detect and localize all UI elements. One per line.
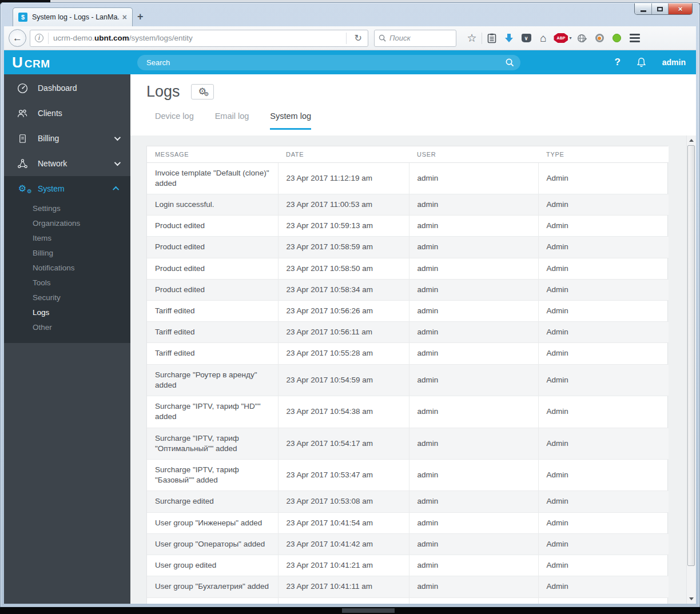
- sidebar-item-billing[interactable]: Billing: [4, 126, 130, 151]
- log-cell-user: admin: [409, 343, 538, 364]
- sidebar-subitem-other[interactable]: Other: [4, 320, 130, 335]
- log-row: User group "Операторы" added23 Apr 2017 …: [147, 533, 669, 555]
- minimize-button[interactable]: [635, 3, 651, 14]
- scrollbar-thumb[interactable]: [687, 145, 695, 566]
- search-icon: [506, 58, 514, 67]
- sidebar-subitem-logs[interactable]: Logs: [4, 305, 130, 320]
- scrollbar-down-button[interactable]: [687, 594, 696, 604]
- browser-search-placeholder: Поиск: [389, 34, 411, 42]
- log-cell-user: admin: [409, 322, 538, 343]
- tab-device-log[interactable]: Device log: [155, 111, 194, 130]
- log-row: Surcharge edited23 Apr 2017 10:53:08 ama…: [147, 491, 669, 512]
- sidebar-system-section: ⚙⚙ System SettingsOrganizationsItemsBill…: [4, 176, 130, 343]
- column-header-message: MESSAGE: [147, 146, 278, 162]
- browser-tab[interactable]: $ System log - Logs - LanMa... ×: [13, 7, 133, 26]
- extension-gear-icon[interactable]: [591, 31, 608, 46]
- log-cell-date: 23 Apr 2017 10:41:21 am: [278, 555, 409, 576]
- notifications-bell-icon[interactable]: [636, 57, 647, 67]
- log-cell-user: admin: [409, 194, 538, 215]
- sidebar-item-system[interactable]: ⚙⚙ System: [4, 176, 130, 201]
- user-menu[interactable]: admin: [662, 58, 686, 67]
- site-info-icon[interactable]: i: [35, 34, 43, 42]
- minimize-icon: [641, 10, 646, 12]
- url-bar[interactable]: i ucrm-demo.ubnt.com/system/logs/entity …: [30, 30, 368, 47]
- log-cell-message: Product edited: [147, 216, 278, 237]
- vertical-scrollbar[interactable]: [686, 135, 696, 604]
- log-cell-type: Admin: [538, 258, 669, 279]
- menu-hamburger-icon[interactable]: [630, 34, 640, 42]
- taskbar-segment: [342, 608, 395, 613]
- sidebar-subitem-organizations[interactable]: Organizations: [4, 216, 130, 231]
- log-row: Product edited23 Apr 2017 10:58:59 amadm…: [147, 237, 669, 258]
- bookmark-star-icon[interactable]: ☆: [463, 31, 480, 46]
- log-cell-type: Admin: [538, 428, 669, 459]
- sidebar-subitem-settings[interactable]: Settings: [4, 201, 130, 216]
- tab-title: System log - Logs - LanMa...: [32, 13, 119, 21]
- translate-globe-icon[interactable]: [574, 31, 591, 46]
- log-cell-type: Admin: [538, 194, 669, 215]
- sidebar-subitem-security[interactable]: Security: [4, 290, 130, 305]
- log-cell-date: 23 Apr 2017 10:54:59 am: [278, 364, 409, 396]
- tab-system-log[interactable]: System log: [270, 111, 311, 130]
- adblock-plus-icon[interactable]: ABP▾: [552, 31, 574, 46]
- toolbar-icons: ☆ ∨ ⌂ ABP▾: [463, 31, 625, 46]
- log-table: MESSAGEDATEUSERTYPE Invoice template "De…: [147, 146, 669, 604]
- sidebar-item-label: Clients: [38, 109, 119, 118]
- log-row: Invoice template "Default (clone)" added…: [147, 162, 669, 194]
- new-tab-button[interactable]: +: [137, 11, 144, 23]
- log-row: User group "Бухгалетрия" added23 Apr 201…: [147, 576, 669, 597]
- log-row: Product edited23 Apr 2017 10:58:50 amadm…: [147, 258, 669, 279]
- log-cell-date: 23 Apr 2017 10:56:26 am: [278, 301, 409, 322]
- ucrm-logo[interactable]: U CRM: [4, 54, 130, 71]
- sidebar-item-network[interactable]: Network: [4, 151, 130, 176]
- log-cell-user: admin: [409, 162, 538, 194]
- url-separator: [346, 33, 347, 44]
- home-icon[interactable]: ⌂: [535, 31, 552, 46]
- browser-search-input[interactable]: Поиск: [374, 30, 456, 47]
- log-row: Product edited23 Apr 2017 10:59:13 amadm…: [147, 216, 669, 237]
- status-green-icon[interactable]: [608, 31, 625, 46]
- tab-close-icon[interactable]: ×: [122, 13, 127, 22]
- sidebar-subitem-billing[interactable]: Billing: [4, 246, 130, 261]
- log-cell-date: 23 Apr 2017 10:56:11 am: [278, 322, 409, 343]
- log-cell-user: admin: [409, 491, 538, 512]
- log-cell-message: Tariff edited: [147, 322, 278, 343]
- back-button[interactable]: ←: [9, 29, 26, 47]
- maximize-button[interactable]: [651, 3, 668, 14]
- log-cell-date: 23 Apr 2017 10:53:47 am: [278, 460, 409, 491]
- log-cell-type: Admin: [538, 322, 669, 343]
- sidebar-item-label: Dashboard: [38, 83, 119, 93]
- log-cell-type: Admin: [538, 279, 669, 300]
- reload-icon[interactable]: ↻: [351, 33, 365, 43]
- tab-email-log[interactable]: Email log: [215, 111, 249, 130]
- billing-icon: [15, 133, 29, 145]
- log-cell-user: admin: [409, 428, 538, 459]
- sidebar-subitem-items[interactable]: Items: [4, 231, 130, 246]
- log-cell-date: 23 Apr 2017 10:54:17 am: [278, 428, 409, 459]
- column-header-type: TYPE: [538, 146, 669, 162]
- sidebar-subitem-tools[interactable]: Tools: [4, 276, 130, 290]
- url-text[interactable]: ucrm-demo.ubnt.com/system/logs/entity: [53, 34, 341, 42]
- scrollbar-up-button[interactable]: [687, 135, 696, 145]
- main-panel: Logs ⚙⚙ Device logEmail logSystem log ME…: [130, 74, 696, 604]
- sidebar-item-label: Billing: [38, 134, 114, 143]
- page-viewport: U CRM Search ? admin DashboardClientsBil…: [4, 50, 696, 604]
- maximize-icon: [657, 7, 663, 11]
- bookmarks-list-icon[interactable]: [483, 31, 500, 46]
- log-cell-type: Admin: [538, 597, 669, 604]
- sidebar-subitem-notifications[interactable]: Notifications: [4, 261, 130, 276]
- app-search-input[interactable]: Search: [137, 55, 520, 70]
- log-cell-message: Tariff edited: [147, 343, 278, 364]
- log-row: User group "Инженеры" added23 Apr 2017 1…: [147, 512, 669, 533]
- pocket-icon[interactable]: ∨: [518, 31, 535, 46]
- sidebar-item-dashboard[interactable]: Dashboard: [4, 75, 130, 101]
- log-settings-button[interactable]: ⚙⚙: [191, 84, 214, 99]
- downloads-icon[interactable]: [500, 31, 518, 46]
- log-cell-user: admin: [409, 512, 538, 533]
- log-cell-date: 23 Apr 2017 10:58:34 am: [278, 279, 409, 300]
- close-button[interactable]: ×: [668, 3, 692, 14]
- log-row: Tariff edited23 Apr 2017 10:56:26 amadmi…: [147, 301, 669, 322]
- log-cell-message: Login successful.: [147, 194, 278, 215]
- sidebar-item-clients[interactable]: Clients: [4, 101, 130, 126]
- help-icon[interactable]: ?: [614, 57, 620, 68]
